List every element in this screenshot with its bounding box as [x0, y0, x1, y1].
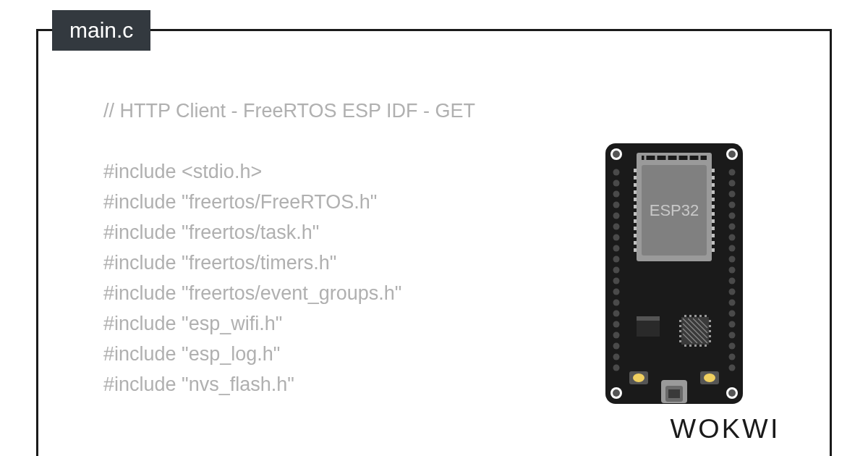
- svg-point-33: [729, 224, 736, 230]
- svg-point-34: [729, 235, 736, 241]
- svg-rect-62: [712, 169, 715, 172]
- svg-point-15: [613, 235, 620, 241]
- svg-point-26: [613, 354, 620, 360]
- svg-rect-72: [712, 241, 715, 245]
- code-line: #include "freertos/timers.h": [103, 248, 480, 279]
- svg-point-41: [729, 311, 736, 317]
- svg-point-42: [729, 321, 736, 328]
- svg-rect-98: [689, 345, 692, 347]
- svg-rect-51: [634, 176, 637, 180]
- svg-rect-89: [709, 330, 711, 332]
- svg-rect-61: [634, 248, 637, 252]
- svg-point-28: [729, 169, 736, 176]
- svg-point-18: [613, 267, 620, 274]
- svg-rect-60: [634, 241, 637, 245]
- svg-rect-84: [679, 330, 681, 332]
- code-editor[interactable]: // HTTP Client - FreeRTOS ESP IDF - GET …: [103, 96, 480, 400]
- svg-rect-100: [699, 345, 702, 347]
- svg-rect-110: [668, 389, 680, 398]
- svg-rect-70: [712, 227, 715, 230]
- code-line: #include <stdio.h>: [103, 157, 480, 187]
- svg-point-27: [613, 365, 620, 371]
- svg-point-40: [729, 300, 736, 306]
- svg-point-8: [728, 389, 736, 397]
- svg-point-44: [729, 343, 736, 350]
- svg-point-11: [613, 191, 620, 198]
- svg-point-13: [613, 213, 620, 219]
- code-line: #include "freertos/FreeRTOS.h": [103, 187, 480, 218]
- svg-rect-88: [709, 325, 711, 327]
- svg-rect-92: [684, 315, 686, 317]
- svg-point-31: [729, 202, 736, 208]
- svg-rect-103: [637, 316, 660, 321]
- code-line: #include "freertos/event_groups.h": [103, 279, 480, 309]
- svg-point-22: [613, 311, 620, 317]
- esp32-board[interactable]: ESP32: [602, 140, 746, 408]
- svg-point-16: [613, 245, 620, 252]
- svg-point-30: [729, 191, 736, 198]
- svg-rect-83: [679, 325, 681, 327]
- svg-rect-69: [712, 219, 715, 223]
- svg-point-37: [729, 267, 736, 274]
- svg-point-9: [613, 169, 620, 176]
- svg-rect-52: [634, 183, 637, 187]
- editor-frame: // HTTP Client - FreeRTOS ESP IDF - GET …: [36, 29, 832, 456]
- svg-point-6: [613, 389, 620, 397]
- svg-rect-53: [634, 190, 637, 194]
- svg-rect-96: [705, 315, 707, 317]
- svg-rect-64: [712, 183, 715, 187]
- brand-logo: WOKWI: [670, 414, 780, 444]
- svg-point-21: [613, 300, 620, 306]
- code-line: #include "freertos/task.h": [103, 218, 480, 248]
- code-line: #include "nvs_flash.h": [103, 370, 480, 400]
- svg-point-4: [728, 151, 736, 158]
- svg-rect-85: [679, 335, 681, 337]
- chip-label: ESP32: [650, 201, 699, 219]
- svg-rect-82: [679, 320, 681, 322]
- code-line: #include "esp_wifi.h": [103, 309, 480, 339]
- svg-rect-50: [634, 169, 637, 172]
- svg-rect-95: [699, 315, 702, 317]
- svg-rect-66: [712, 198, 715, 201]
- code-line: [103, 127, 480, 157]
- svg-rect-55: [634, 205, 637, 208]
- svg-rect-102: [637, 321, 660, 337]
- svg-point-35: [729, 245, 736, 252]
- svg-rect-90: [709, 335, 711, 337]
- esp32-board-icon: ESP32: [602, 140, 746, 408]
- svg-rect-63: [712, 176, 715, 180]
- svg-rect-56: [634, 212, 637, 216]
- svg-point-29: [729, 180, 736, 187]
- svg-point-39: [729, 289, 736, 295]
- code-line: // HTTP Client - FreeRTOS ESP IDF - GET: [103, 96, 480, 127]
- svg-point-38: [729, 278, 736, 284]
- file-tab[interactable]: main.c: [52, 10, 150, 51]
- svg-point-19: [613, 278, 620, 284]
- svg-rect-48: [642, 156, 707, 160]
- svg-rect-68: [712, 212, 715, 216]
- code-line: #include "esp_log.h": [103, 339, 480, 370]
- svg-rect-58: [634, 227, 637, 230]
- svg-point-23: [613, 321, 620, 328]
- svg-point-12: [613, 202, 620, 208]
- svg-point-14: [613, 224, 620, 230]
- svg-rect-93: [689, 315, 692, 317]
- svg-point-17: [613, 256, 620, 263]
- svg-point-25: [613, 343, 620, 350]
- svg-rect-87: [709, 320, 711, 322]
- svg-point-45: [729, 354, 736, 360]
- svg-rect-67: [712, 205, 715, 208]
- svg-rect-86: [679, 340, 681, 342]
- svg-rect-71: [712, 234, 715, 237]
- svg-rect-73: [712, 248, 715, 252]
- svg-point-105: [633, 373, 644, 382]
- svg-rect-94: [694, 315, 697, 317]
- svg-rect-59: [634, 234, 637, 237]
- svg-point-24: [613, 332, 620, 339]
- svg-point-46: [729, 365, 736, 371]
- svg-point-36: [729, 256, 736, 263]
- svg-point-20: [613, 289, 620, 295]
- svg-point-2: [613, 151, 620, 158]
- svg-rect-65: [712, 190, 715, 194]
- svg-rect-54: [634, 198, 637, 201]
